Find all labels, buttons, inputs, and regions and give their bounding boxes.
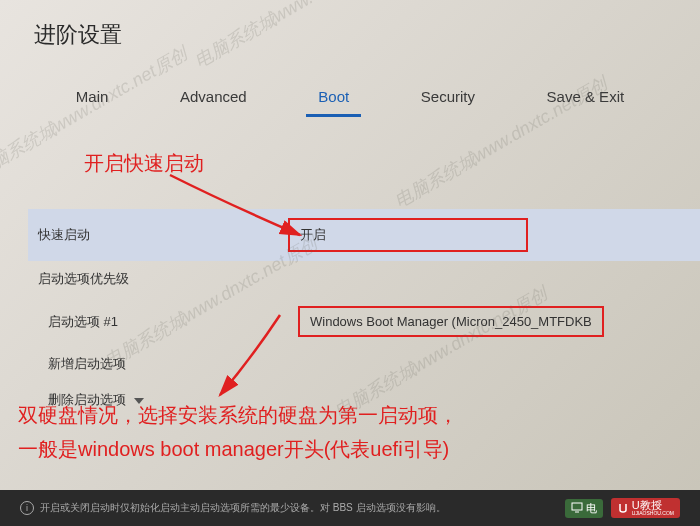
setting-boot-priority-label: 启动选项优先级 (38, 270, 288, 288)
tab-advanced[interactable]: Advanced (168, 82, 259, 117)
highlight-box: 开启 (288, 218, 528, 252)
highlight-box: Windows Boot Manager (Micron_2450_MTFDKB (298, 306, 604, 337)
annotation-boot-order-tip: 双硬盘情况，选择安装系统的硬盘为第一启动项， 一般是windows boot m… (18, 398, 458, 466)
footer-hint: i 开启或关闭启动时仅初始化启动主动启动选项所需的最少设备。对 BBS 启动选项… (20, 501, 446, 515)
tab-save-exit[interactable]: Save & Exit (535, 82, 637, 117)
u-icon (617, 502, 629, 514)
settings-area: 快速启动 开启 启动选项优先级 启动选项 #1 Windows Boot Man… (0, 209, 700, 418)
setting-boot-option-1-value[interactable]: Windows Boot Manager (Micron_2450_MTFDKB (298, 306, 670, 337)
footer: i 开启或关闭启动时仅初始化启动主动启动选项所需的最少设备。对 BBS 启动选项… (0, 490, 700, 526)
annotation-line-2: 一般是windows boot manager开头(代表uefi引导) (18, 432, 458, 466)
svg-rect-2 (572, 503, 582, 510)
annotation-fast-boot-tip: 开启快速启动 (84, 150, 204, 177)
setting-fast-boot-value[interactable]: 开启 (288, 218, 670, 252)
logo-badge-1: 电 (565, 499, 603, 518)
setting-add-boot-option[interactable]: 新增启动选项 (38, 346, 670, 382)
setting-boot-priority: 启动选项优先级 (38, 261, 670, 297)
footer-logos: 电 U教授 UJIAOSHOU.COM (565, 498, 680, 518)
annotation-line-1: 双硬盘情况，选择安装系统的硬盘为第一启动项， (18, 398, 458, 432)
tab-bar: Main Advanced Boot Security Save & Exit (0, 60, 700, 117)
tab-main[interactable]: Main (64, 82, 121, 117)
setting-fast-boot[interactable]: 快速启动 开启 (28, 209, 700, 261)
tab-boot[interactable]: Boot (306, 82, 361, 117)
setting-boot-option-1-label: 启动选项 #1 (48, 313, 298, 331)
footer-hint-text: 开启或关闭启动时仅初始化启动主动启动选项所需的最少设备。对 BBS 启动选项没有… (40, 501, 446, 515)
setting-fast-boot-label: 快速启动 (38, 226, 288, 244)
page-title: 进阶设置 (0, 0, 700, 60)
logo-badge-2: U教授 UJIAOSHOU.COM (611, 498, 680, 518)
setting-boot-option-1[interactable]: 启动选项 #1 Windows Boot Manager (Micron_245… (38, 297, 670, 346)
setting-add-boot-option-label: 新增启动选项 (48, 355, 298, 373)
tab-security[interactable]: Security (409, 82, 487, 117)
info-icon: i (20, 501, 34, 515)
monitor-icon (571, 502, 583, 514)
